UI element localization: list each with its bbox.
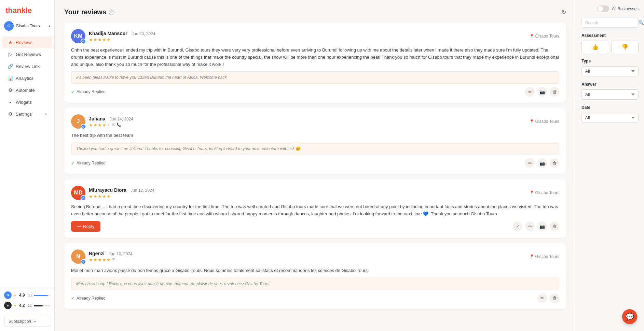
sidebar-item-label: Automate xyxy=(16,88,35,93)
chart-icon: 📊 xyxy=(8,75,13,81)
review-card-1: KM G Khadija Mansour Jun 20, 2024 ★★★★★ … xyxy=(64,23,566,103)
sidebar-item-widgets[interactable]: ▪ Widgets xyxy=(2,96,52,108)
location-pin-icon: 📍 xyxy=(529,119,534,124)
email-icon: ✉ xyxy=(112,257,115,262)
booking-stat-bar xyxy=(34,305,43,306)
business-selector[interactable]: G Gisabo Tours ▾ xyxy=(0,19,54,35)
all-businesses-toggle[interactable] xyxy=(597,5,609,12)
edit-icon-button[interactable]: ✏ xyxy=(525,158,535,168)
brand-name: thankle xyxy=(5,6,32,15)
search-icon-button[interactable]: 🔍 xyxy=(639,20,644,25)
page-title: Your reviews xyxy=(64,8,106,16)
sidebar-item-label: Reviews xyxy=(16,40,32,45)
chevron-down-icon: ▾ xyxy=(49,24,50,28)
reviewer-details: Juliana Jun 14, 2024 ★★★★★ ✉ 📞 xyxy=(89,116,133,128)
thumbs-down-button[interactable]: 👎 xyxy=(611,41,639,53)
sidebar-item-label: Get Reviews xyxy=(16,52,41,57)
subscription-button[interactable]: Subscription ↗ xyxy=(4,316,50,327)
location-pin-icon: 📍 xyxy=(529,34,534,39)
review-card-4: N G Ngenzi Jun 10, 2024 ★★★★★ ✉ xyxy=(64,243,566,309)
booking-platform-icon: B xyxy=(4,302,12,309)
reviewer-details: Khadija Mansour Jun 20, 2024 ★★★★★ xyxy=(89,30,155,42)
sidebar-stats: G ★ 4.9 63 B ★ 4.2 12 xyxy=(0,287,54,313)
sidebar-item-label: Review Link xyxy=(16,64,40,69)
booking-stat-bar-wrap xyxy=(34,305,50,306)
instagram-icon-button[interactable]: 📷 xyxy=(537,158,547,168)
thumbs-up-icon: 👍 xyxy=(592,44,599,50)
edit-icon-button[interactable]: ✏ xyxy=(537,293,547,303)
review-location: 📍 Gisabo Tours xyxy=(529,34,559,39)
reviewer-info: KM G Khadija Mansour Jun 20, 2024 ★★★★★ xyxy=(71,29,155,43)
subscription-label: Subscription xyxy=(9,319,31,324)
reviewer-info: MD G Mfurayacu Diora Jun 12, 2024 ★★★★★ xyxy=(71,186,154,200)
review-body: Moi et mon mari avions passé du bon temp… xyxy=(71,267,559,274)
location-pin-icon: 📍 xyxy=(529,190,534,195)
sidebar-item-review-link[interactable]: 🔗 Review Link xyxy=(2,60,52,72)
review-header: N G Ngenzi Jun 10, 2024 ★★★★★ ✉ xyxy=(71,249,559,264)
sidebar-item-reviews[interactable]: ★ Reviews xyxy=(2,37,52,48)
reviewer-date: Jun 12, 2024 xyxy=(131,188,154,193)
reviewer-name: Khadija Mansour xyxy=(89,31,127,36)
sidebar-item-get-reviews[interactable]: ▷ Get Reviews xyxy=(2,48,52,60)
search-input[interactable] xyxy=(585,20,636,25)
google-platform-icon: G xyxy=(4,291,12,299)
help-icon[interactable]: ? xyxy=(109,10,114,15)
instagram-icon-button[interactable]: 📷 xyxy=(537,221,547,231)
instagram-icon-button[interactable]: 📷 xyxy=(537,87,547,97)
review-header: KM G Khadija Mansour Jun 20, 2024 ★★★★★ … xyxy=(71,29,559,43)
reviewer-name: Juliana xyxy=(89,116,105,121)
chat-bubble-button[interactable]: 💬 xyxy=(622,309,637,324)
location-pin-icon: 📍 xyxy=(529,254,534,259)
platform-badge-google: G xyxy=(81,195,86,201)
platform-badge-google: G xyxy=(81,259,86,264)
review-location: 📍 Gisabo Tours xyxy=(529,190,559,195)
google-count: 63 xyxy=(28,293,32,297)
type-dropdown[interactable]: All xyxy=(581,66,639,76)
toggle-row: All Businesses xyxy=(581,5,639,12)
review-footer: ✓ Already Replied ✏ 📷 🗑 xyxy=(71,87,559,97)
sidebar-item-analytics[interactable]: 📊 Analytics xyxy=(2,72,52,84)
review-body: Seeing Burundi... I had a great time dis… xyxy=(71,203,559,218)
settings-icon: ⚙ xyxy=(8,111,13,117)
review-location: 📍 Gisabo Tours xyxy=(529,119,559,124)
check-icon: ✓ xyxy=(71,89,75,95)
review-card-2: J G Juliana Jun 14, 2024 ★★★★★ ✉ 📞 xyxy=(64,108,566,174)
widget-icon: ▪ xyxy=(8,99,13,105)
reviewer-info: N G Ngenzi Jun 10, 2024 ★★★★★ ✉ xyxy=(71,249,133,264)
delete-icon-button[interactable]: 🗑 xyxy=(550,293,559,303)
review-location: 📍 Gisabo Tours xyxy=(529,254,559,259)
delete-icon-button[interactable]: 🗑 xyxy=(550,221,559,231)
business-avatar: G xyxy=(4,21,14,31)
reply-icon: ↩ xyxy=(77,224,81,229)
answer-dropdown[interactable]: All xyxy=(581,89,639,100)
reply-button[interactable]: ↩ Reply xyxy=(71,221,100,232)
edit-icon-button[interactable]: ✏ xyxy=(525,87,535,97)
delete-icon-button[interactable]: 🗑 xyxy=(550,158,559,168)
action-icons: ✏ 📷 🗑 xyxy=(525,158,559,168)
answer-label: Answer xyxy=(581,82,639,87)
reviewer-date: Jun 14, 2024 xyxy=(110,117,133,121)
review-body: The best trip with the best team xyxy=(71,132,559,139)
reviewer-details: Mfurayacu Diora Jun 12, 2024 ★★★★★ xyxy=(89,187,154,199)
reviewer-stars: ★★★★★ xyxy=(89,37,155,42)
date-dropdown[interactable]: All xyxy=(581,113,639,123)
review-card-3: MD G Mfurayacu Diora Jun 12, 2024 ★★★★★ … xyxy=(64,179,566,238)
reply-box: Merci beaucoup ! Ravis que vous ayez pas… xyxy=(71,278,559,290)
reviewer-date: Jun 20, 2024 xyxy=(132,31,155,36)
reviewer-name: Ngenzi xyxy=(89,251,105,256)
type-label: Type xyxy=(581,59,639,63)
delete-icon-button[interactable]: 🗑 xyxy=(550,87,559,97)
main-content: Your reviews ? ↻ KM G Khadija Mansour Ju… xyxy=(55,0,576,331)
reviewer-avatar: J G xyxy=(71,114,85,129)
refresh-button[interactable]: ↻ xyxy=(562,9,566,15)
thumbs-up-button[interactable]: 👍 xyxy=(581,41,609,53)
edit-icon-button[interactable]: ✏ xyxy=(525,221,535,231)
sidebar-item-automate[interactable]: ⚙ Automate xyxy=(2,84,52,96)
type-filter: Type All xyxy=(581,59,639,76)
phone-icon: 📞 xyxy=(117,123,121,127)
answer-filter: Answer All xyxy=(581,82,639,100)
sidebar-item-settings[interactable]: ⚙ Settings ▾ xyxy=(2,108,52,120)
right-panel: All Businesses 🔍 Assessment 👍 👎 Type All… xyxy=(576,0,644,331)
reviewer-details: Ngenzi Jun 10, 2024 ★★★★★ ✉ xyxy=(89,250,133,262)
check-circle-icon-button[interactable]: ✓ xyxy=(513,221,522,231)
